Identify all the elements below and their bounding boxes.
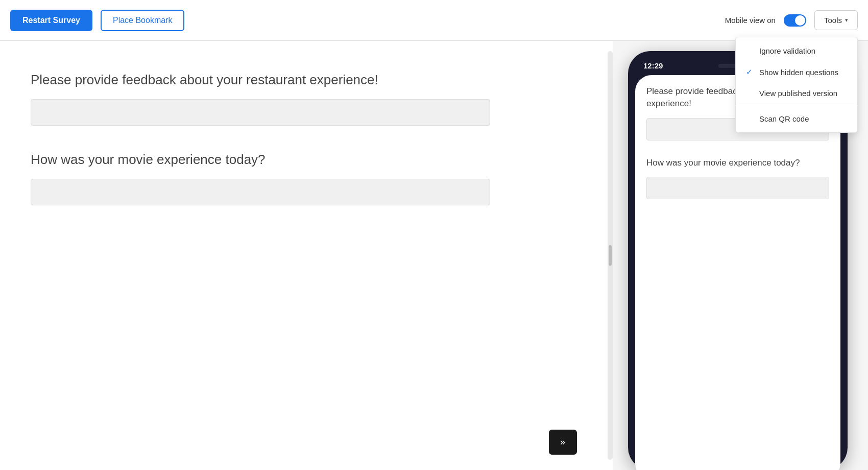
header-left: Restart Survey Place Bookmark bbox=[10, 10, 184, 31]
desktop-survey-panel: Please provide feedback about your resta… bbox=[0, 41, 608, 470]
mobile-question-2-input[interactable] bbox=[646, 177, 829, 199]
dropdown-item-view-published[interactable]: View published version bbox=[736, 83, 857, 104]
question-1-text: Please provide feedback about your resta… bbox=[31, 72, 577, 89]
phone-screen: Please provide feedback about your resta… bbox=[635, 75, 840, 470]
dropdown-divider bbox=[736, 106, 857, 106]
mobile-question-2-text: How was your movie experience today? bbox=[646, 157, 829, 169]
place-bookmark-button[interactable]: Place Bookmark bbox=[101, 10, 185, 31]
mobile-view-label: Mobile view on bbox=[725, 16, 776, 25]
dropdown-item-scan-qr[interactable]: Scan QR code bbox=[736, 108, 857, 129]
next-button[interactable]: » bbox=[549, 430, 577, 455]
scan-qr-label: Scan QR code bbox=[759, 114, 809, 123]
view-published-label: View published version bbox=[759, 89, 837, 98]
tools-label: Tools bbox=[824, 16, 842, 25]
question-1-input[interactable] bbox=[31, 99, 490, 126]
header-right: Mobile view on Tools ▾ bbox=[725, 10, 858, 30]
panel-divider bbox=[608, 51, 613, 460]
question-2-input[interactable] bbox=[31, 179, 490, 205]
toggle-thumb bbox=[795, 15, 805, 26]
question-2-text: How was your movie experience today? bbox=[31, 151, 577, 169]
chevron-down-icon: ▾ bbox=[845, 17, 848, 24]
dropdown-item-show-hidden[interactable]: ✓ Show hidden questions bbox=[736, 61, 857, 83]
check-icon-show-hidden: ✓ bbox=[746, 67, 754, 77]
tools-dropdown-menu: Ignore validation ✓ Show hidden question… bbox=[735, 37, 858, 133]
mobile-view-toggle[interactable] bbox=[784, 14, 806, 27]
restart-survey-button[interactable]: Restart Survey bbox=[10, 10, 92, 31]
dropdown-item-ignore-validation[interactable]: Ignore validation bbox=[736, 40, 857, 61]
show-hidden-label: Show hidden questions bbox=[759, 68, 838, 77]
question-1: Please provide feedback about your resta… bbox=[31, 72, 577, 126]
phone-time: 12:29 bbox=[643, 61, 663, 70]
ignore-validation-label: Ignore validation bbox=[759, 46, 815, 55]
header: Restart Survey Place Bookmark Mobile vie… bbox=[0, 0, 868, 41]
tools-button[interactable]: Tools ▾ bbox=[814, 10, 858, 30]
question-2: How was your movie experience today? bbox=[31, 151, 577, 205]
